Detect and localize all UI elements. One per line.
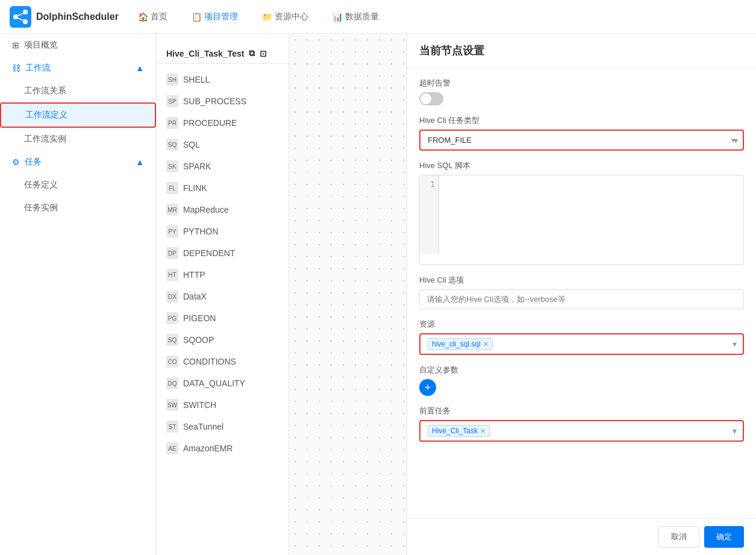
task-item-dependent[interactable]: DP DEPENDENT — [157, 242, 289, 264]
dropdown-arrow-icon: ▾ — [731, 136, 736, 145]
sidebar-item-workflow-relation[interactable]: 工作流关系 — [0, 80, 156, 102]
task-item-label: AmazonEMR — [183, 444, 233, 453]
task-item-label: SQL — [183, 140, 200, 149]
task-item-label: DATA_QUALITY — [183, 378, 245, 388]
sidebar-item-workflow-instance[interactable]: 工作流实例 — [0, 128, 156, 151]
resource-select-arrow-icon: ▾ — [733, 339, 737, 349]
task-item-label: SeaTunnel — [183, 422, 223, 431]
sidebar-item-project-overview[interactable]: ⊞ 项目概览 — [0, 34, 156, 57]
svg-rect-0 — [10, 6, 31, 28]
timeout-toggle[interactable] — [419, 92, 443, 105]
task-item-python[interactable]: PY PYTHON — [157, 221, 289, 242]
right-panel-body: 超时告警 Hive Cli 任务类型 FROM_FILE ▾ — [407, 68, 756, 518]
task-item-label: SUB_PROCESS — [183, 96, 246, 106]
content-area: Hive_Cli_Task_Test ⧉ ⊡ SH SHELL SP SUB_P… — [157, 34, 756, 555]
task-item-label: CONDITIONS — [183, 357, 236, 366]
data-quality-icon: 📊 — [333, 12, 343, 22]
pre-task-group: 前置任务 Hive_Cli_Task ✕ ▾ — [419, 406, 744, 442]
task-items-container: SH SHELL SP SUB_PROCESS PR PROCEDURE SQ … — [157, 69, 289, 459]
right-panel: 当前节点设置 超时告警 Hive Cli 任务类型 FROM_FILE — [407, 34, 756, 555]
task-icon-switch: SW — [166, 399, 178, 411]
custom-params-group: 自定义参数 + — [419, 365, 744, 396]
task-item-shell[interactable]: SH SHELL — [157, 69, 289, 90]
nav-project[interactable]: 📋 项目管理 — [187, 9, 243, 25]
task-item-label: SHELL — [183, 75, 210, 84]
task-item-label: SWITCH — [183, 400, 216, 410]
sidebar-item-workflow-definition[interactable]: 工作流定义 — [0, 102, 156, 128]
sidebar-group-workflow[interactable]: ⛓ 工作流 ▲ — [0, 57, 156, 80]
resource-icon: 📁 — [262, 12, 272, 22]
resource-tag-close-icon[interactable]: ✕ — [483, 340, 489, 348]
confirm-button[interactable]: 确定 — [704, 526, 744, 548]
right-panel-header: 当前节点设置 — [407, 34, 756, 68]
hive-cli-type-value: FROM_FILE — [428, 136, 472, 145]
task-item-label: PIGEON — [183, 313, 216, 323]
task-item-amazonemr[interactable]: AE AmazonEMR — [157, 437, 289, 459]
hive-cli-options-label: Hive Cli 选项 — [419, 275, 744, 286]
nav-home[interactable]: 🏠 首页 — [133, 9, 172, 25]
task-icon-datax: DX — [166, 290, 178, 303]
hive-sql-group: Hive SQL 脚本 1 — [419, 160, 744, 265]
task-item-label: DataX — [183, 292, 207, 301]
hive-cli-options-input[interactable] — [419, 289, 744, 309]
task-item-spark[interactable]: SK SPARK — [157, 155, 289, 177]
hive-cli-options-group: Hive Cli 选项 — [419, 275, 744, 309]
task-icon: ⚙ — [12, 157, 20, 167]
add-custom-param-button[interactable]: + — [419, 379, 436, 396]
chevron-up-icon: ▲ — [136, 63, 144, 73]
task-icon-flink: FL — [166, 182, 178, 194]
sidebar-item-task-instance[interactable]: 任务实例 — [0, 196, 156, 219]
task-icon-procedure: PR — [166, 117, 178, 129]
task-icon-data_quality: DQ — [166, 377, 178, 389]
task-icon-http: HT — [166, 269, 178, 281]
task-item-sub_process[interactable]: SP SUB_PROCESS — [157, 90, 289, 112]
toggle-wrapper — [419, 92, 744, 105]
task-item-procedure[interactable]: PR PROCEDURE — [157, 112, 289, 134]
nav-resource[interactable]: 📁 资源中心 — [257, 9, 313, 25]
logo-icon — [10, 6, 31, 28]
hive-cli-type-select[interactable]: FROM_FILE ▾ — [419, 130, 744, 151]
resource-group: 资源 hive_cli_sql.sql ✕ ▾ — [419, 319, 744, 355]
task-item-seatunnel[interactable]: ST SeaTunnel — [157, 416, 289, 437]
project-overview-icon: ⊞ — [12, 40, 19, 50]
task-item-sqoop[interactable]: SQ SQOOP — [157, 329, 289, 351]
pre-task-label: 前置任务 — [419, 406, 744, 416]
project-icon: 📋 — [192, 12, 202, 22]
task-item-datax[interactable]: DX DataX — [157, 286, 289, 307]
chevron-up-icon-task: ▲ — [136, 157, 144, 167]
resource-select[interactable]: hive_cli_sql.sql ✕ ▾ — [419, 333, 744, 355]
hive-sql-label: Hive SQL 脚本 — [419, 160, 744, 171]
cancel-button[interactable]: 取消 — [658, 526, 699, 548]
task-item-flink[interactable]: FL FLINK — [157, 177, 289, 199]
sidebar-group-task[interactable]: ⚙ 任务 ▲ — [0, 151, 156, 174]
code-content[interactable] — [439, 175, 743, 254]
task-item-mapreduce[interactable]: MR MapReduce — [157, 199, 289, 221]
share-icon[interactable]: ⊡ — [260, 49, 267, 58]
task-icon-sqoop: SQ — [166, 334, 178, 346]
task-item-sql[interactable]: SQ SQL — [157, 134, 289, 155]
code-editor-body: 1 — [420, 175, 743, 254]
task-item-pigeon[interactable]: PG PIGEON — [157, 307, 289, 329]
workflow-canvas[interactable] — [289, 34, 407, 555]
pre-task-arrow-icon: ▾ — [733, 426, 737, 436]
task-icon-mapreduce: MR — [166, 204, 178, 216]
pre-task-select[interactable]: Hive_Cli_Task ✕ ▾ — [419, 420, 744, 442]
sidebar-item-task-definition[interactable]: 任务定义 — [0, 174, 156, 196]
task-item-data_quality[interactable]: DQ DATA_QUALITY — [157, 372, 289, 394]
task-item-http[interactable]: HT HTTP — [157, 264, 289, 286]
pre-task-close-icon[interactable]: ✕ — [480, 427, 486, 435]
pre-task-tag-text: Hive_Cli_Task — [432, 427, 478, 435]
copy-icon[interactable]: ⧉ — [249, 48, 255, 58]
task-item-conditions[interactable]: CO CONDITIONS — [157, 351, 289, 372]
task-item-label: HTTP — [183, 270, 205, 280]
svg-point-1 — [13, 14, 18, 19]
task-item-label: SPARK — [183, 161, 211, 171]
task-icon-seatunnel: ST — [166, 421, 178, 433]
task-item-label: DEPENDENT — [183, 248, 235, 258]
nav-data-quality[interactable]: 📊 数据质量 — [328, 9, 384, 25]
svg-point-2 — [23, 10, 28, 14]
task-item-label: PYTHON — [183, 227, 218, 236]
task-item-switch[interactable]: SW SWITCH — [157, 394, 289, 416]
task-item-label: FLINK — [183, 183, 207, 193]
top-nav: DolphinScheduler 🏠 首页 📋 项目管理 📁 资源中心 📊 数据… — [0, 0, 756, 34]
